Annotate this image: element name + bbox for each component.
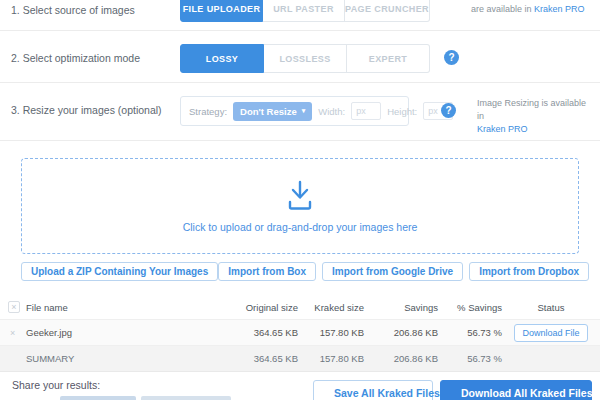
tab-expert[interactable]: EXPERT (347, 44, 430, 73)
tab-page-cruncher[interactable]: PAGE CRUNCHER (345, 0, 430, 22)
col-status: Status (502, 302, 600, 313)
cloud-import-group: Import from Box Import from Google Drive… (218, 262, 589, 281)
step3-label: 3. Resize your images (optional) (11, 104, 162, 116)
help-icon[interactable]: ? (441, 103, 456, 118)
chevron-down-icon: ▾ (302, 107, 306, 115)
upload-dropzone[interactable]: Click to upload or drag-and-drop your im… (21, 158, 579, 254)
summary-original: 364.65 KB (226, 353, 298, 364)
col-pct-savings: % Savings (438, 302, 502, 313)
col-original-size: Original size (226, 302, 298, 313)
resize-options-box: Strategy: Don't Resize ▾ Width: Height: (180, 96, 409, 126)
kraken-pro-link[interactable]: Kraken PRO (477, 124, 528, 134)
summary-kraked: 157.80 KB (298, 353, 364, 364)
strategy-dropdown[interactable]: Don't Resize ▾ (233, 102, 312, 121)
import-google-drive-button[interactable]: Import from Google Drive (322, 262, 463, 281)
import-buttons-row: Upload a ZIP Containing Your Images Impo… (21, 262, 577, 281)
mode-tabs: LOSSY LOSSLESS EXPERT (180, 44, 430, 73)
width-label: Width: (318, 106, 345, 117)
table-summary-row: SUMMARY 364.65 KB 157.80 KB 206.86 KB 56… (0, 346, 600, 372)
divider (0, 140, 600, 141)
share-results-label: Share your results: (12, 379, 100, 391)
step2-label: 2. Select optimization mode (11, 52, 140, 64)
col-savings: Savings (364, 302, 438, 313)
clear-all-icon[interactable]: × (8, 301, 20, 313)
divider (0, 30, 600, 31)
summary-pct: 56.73 % (438, 353, 502, 364)
import-box-button[interactable]: Import from Box (218, 262, 316, 281)
resize-pro-note: Image Resizing is available in Kraken PR… (477, 97, 592, 136)
tab-url-paster[interactable]: URL PASTER (263, 0, 345, 22)
download-all-kraked-files-button[interactable]: Download All Kraked Files (440, 380, 592, 400)
share-button-stub[interactable] (60, 396, 136, 400)
strategy-label: Strategy: (189, 106, 227, 117)
savings: 206.86 KB (364, 327, 438, 338)
tab-lossless[interactable]: LOSSLESS (264, 44, 347, 73)
kraked-size: 157.80 KB (298, 327, 364, 338)
width-input[interactable] (351, 102, 381, 120)
kraken-optimizer-page: 1. Select source of images FILE UPLOADER… (0, 0, 600, 400)
kraken-pro-link[interactable]: Kraken PRO (534, 4, 585, 14)
share-button-stub[interactable] (141, 396, 231, 400)
save-all-kraked-files-button[interactable]: Save All Kraked Files (313, 380, 433, 400)
table-row: × Geeker.jpg 364.65 KB 157.80 KB 206.86 … (0, 320, 600, 346)
step1-label: 1. Select source of images (11, 4, 135, 16)
pro-availability-note: are available in Kraken PRO (471, 3, 585, 16)
file-name: Geeker.jpg (26, 327, 226, 338)
table-header: × File name Original size Kraked size Sa… (0, 295, 600, 320)
original-size: 364.65 KB (226, 327, 298, 338)
summary-label: SUMMARY (26, 353, 226, 364)
summary-savings: 206.86 KB (364, 353, 438, 364)
col-file-name: File name (26, 302, 226, 313)
help-icon[interactable]: ? (444, 50, 459, 65)
import-dropbox-button[interactable]: Import from Dropbox (469, 262, 589, 281)
height-label: Height: (387, 106, 417, 117)
download-file-button[interactable]: Download File (514, 324, 587, 342)
source-tabs: FILE UPLOADER URL PASTER PAGE CRUNCHER (180, 0, 430, 22)
remove-file-icon[interactable]: × (10, 328, 26, 338)
pct-savings: 56.73 % (438, 327, 502, 338)
divider (0, 82, 600, 83)
col-kraked-size: Kraked size (298, 302, 364, 313)
tab-lossy[interactable]: LOSSY (180, 44, 264, 73)
upload-zip-button[interactable]: Upload a ZIP Containing Your Images (21, 262, 218, 281)
tab-file-uploader[interactable]: FILE UPLOADER (180, 0, 263, 22)
upload-arrow-icon (283, 180, 317, 212)
dropzone-text: Click to upload or drag-and-drop your im… (183, 221, 418, 233)
